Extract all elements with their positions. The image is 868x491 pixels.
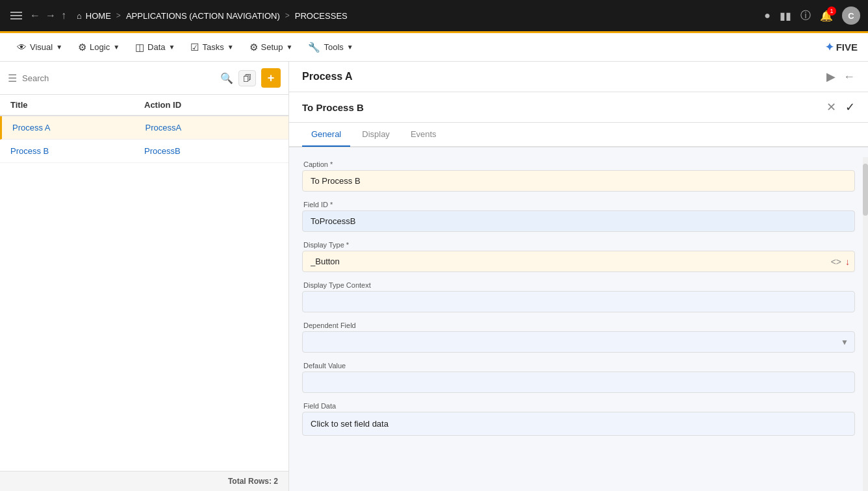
display-type-label: Display Type * (302, 241, 855, 249)
menu-tools[interactable]: 🔧 Tools ▼ (301, 38, 359, 57)
menu-setup[interactable]: ⚙ Setup ▼ (243, 38, 300, 57)
table-row[interactable]: Process A ProcessA (0, 116, 288, 140)
tab-display[interactable]: Display (353, 123, 399, 147)
main-layout: ☰ 🔍 🗍 + Title Action ID Process A Proces… (0, 62, 868, 491)
default-value-input[interactable] (302, 371, 855, 393)
up-icon[interactable]: ↑ (61, 10, 66, 21)
display-type-input[interactable] (302, 251, 855, 272)
form-content: Caption * Field ID * Display Type * <> (289, 147, 868, 491)
tab-events[interactable]: Events (402, 123, 446, 147)
add-button[interactable]: + (261, 68, 281, 88)
user-avatar[interactable]: C (842, 6, 860, 25)
table-footer: Total Rows: 2 (0, 471, 288, 491)
tab-general-label: General (311, 129, 341, 139)
row-title-1: Process B (10, 146, 144, 156)
menu-tasks[interactable]: ☑ Tasks ▼ (184, 38, 240, 57)
row-action-1: ProcessB (144, 146, 278, 156)
dependent-field-input[interactable] (302, 331, 855, 353)
left-panel: ☰ 🔍 🗍 + Title Action ID Process A Proces… (0, 62, 289, 491)
display-type-context-label: Display Type Context (302, 281, 855, 289)
default-value-label: Default Value (302, 362, 855, 370)
logic-icon: ⚙ (78, 42, 86, 53)
tools-label: Tools (324, 42, 343, 52)
menu-bar: 👁 Visual ▼ ⚙ Logic ▼ ◫ Data ▼ ☑ Tasks ▼ … (0, 33, 868, 62)
library-icon[interactable]: ▮▮ (780, 10, 791, 22)
table-header: Title Action ID (0, 95, 288, 116)
tools-chevron: ▼ (347, 44, 353, 51)
apps-label: APPLICATIONS (ACTION NAVIGATION) (126, 11, 280, 21)
col-action-header: Action ID (144, 100, 278, 110)
menu-data[interactable]: ◫ Data ▼ (129, 38, 181, 57)
table-body: Process A ProcessA Process B ProcessB (0, 116, 288, 471)
panel-header-actions: ▶ ← (826, 69, 855, 84)
nav-actions: ● ▮▮ ⓘ 🔔 1 C (764, 6, 860, 25)
visual-label: Visual (30, 42, 53, 52)
back-panel-icon[interactable]: ← (843, 70, 855, 84)
support-icon[interactable]: ● (764, 10, 771, 21)
display-type-context-group: Display Type Context (302, 281, 855, 312)
form-card-actions: ✕ ✓ (826, 100, 855, 114)
tab-events-label: Events (411, 129, 437, 139)
display-type-wrapper: <> ↓ (302, 251, 855, 272)
form-card-wrapper: To Process B ✕ ✓ General Display Events (289, 92, 868, 491)
search-input[interactable] (22, 73, 215, 83)
tab-display-label: Display (362, 129, 390, 139)
logic-label: Logic (90, 42, 110, 52)
tabs: General Display Events (289, 123, 868, 147)
display-type-icons: <> ↓ (831, 257, 850, 267)
table-row[interactable]: Process B ProcessB (0, 140, 288, 163)
caption-input[interactable] (302, 170, 855, 192)
field-data-group: Field Data Click to set field data (302, 402, 855, 436)
menu-bar-logo: ✦ FIVE (825, 41, 858, 53)
forward-icon[interactable]: → (45, 10, 56, 21)
dropdown-arrow-red[interactable]: ↓ (845, 257, 850, 267)
notification-count: 1 (827, 6, 836, 16)
home-label: HOME (86, 11, 111, 21)
tools-icon: 🔧 (308, 42, 320, 53)
processes-label: PROCESSES (295, 11, 348, 21)
visual-icon: 👁 (17, 42, 27, 53)
display-type-group: Display Type * <> ↓ (302, 241, 855, 272)
notification-bell[interactable]: 🔔 1 (820, 10, 833, 22)
breadcrumb-home[interactable]: ⌂ HOME (77, 11, 111, 21)
top-nav: ← → ↑ ⌂ HOME > APPLICATIONS (ACTION NAVI… (0, 0, 868, 31)
globe-icon[interactable]: ▶ (826, 69, 836, 84)
help-icon[interactable]: ⓘ (800, 9, 811, 23)
tasks-label: Tasks (202, 42, 223, 52)
breadcrumb-sep-2: > (285, 11, 290, 20)
setup-label: Setup (261, 42, 283, 52)
data-label: Data (147, 42, 165, 52)
field-data-label: Field Data (302, 402, 855, 410)
breadcrumb-apps[interactable]: APPLICATIONS (ACTION NAVIGATION) (126, 11, 280, 21)
field-id-input[interactable] (302, 210, 855, 232)
home-icon: ⌂ (77, 11, 82, 21)
breadcrumb-sep-1: > (116, 11, 121, 20)
filter-icon[interactable]: ☰ (8, 72, 17, 84)
close-icon[interactable]: ✕ (826, 100, 836, 114)
breadcrumb-processes[interactable]: PROCESSES (295, 11, 348, 21)
field-data-input[interactable]: Click to set field data (302, 412, 855, 436)
scrollbar-track[interactable] (863, 157, 868, 491)
menu-visual[interactable]: 👁 Visual ▼ (10, 38, 69, 57)
col-title-header: Title (10, 100, 144, 110)
setup-icon: ⚙ (249, 42, 258, 53)
check-icon[interactable]: ✓ (845, 100, 855, 114)
field-data-value: Click to set field data (311, 419, 389, 429)
tab-general[interactable]: General (302, 123, 350, 147)
search-icon[interactable]: 🔍 (220, 72, 233, 84)
default-value-group: Default Value (302, 362, 855, 393)
menu-logic[interactable]: ⚙ Logic ▼ (71, 38, 126, 57)
code-icon[interactable]: <> (831, 257, 841, 267)
row-title-0: Process A (12, 123, 146, 132)
total-rows-label: Total Rows: 2 (228, 477, 278, 486)
tasks-icon: ☑ (190, 42, 199, 53)
dependent-field-group: Dependent Field ▼ (302, 321, 855, 353)
form-card-header: To Process B ✕ ✓ (289, 92, 868, 123)
field-id-label: Field ID * (302, 201, 855, 208)
setup-chevron: ▼ (287, 44, 293, 51)
caption-label: Caption * (302, 160, 855, 168)
display-type-context-input[interactable] (302, 291, 855, 312)
document-icon[interactable]: 🗍 (238, 70, 256, 86)
hamburger-menu[interactable] (8, 9, 25, 22)
back-icon[interactable]: ← (30, 10, 40, 21)
